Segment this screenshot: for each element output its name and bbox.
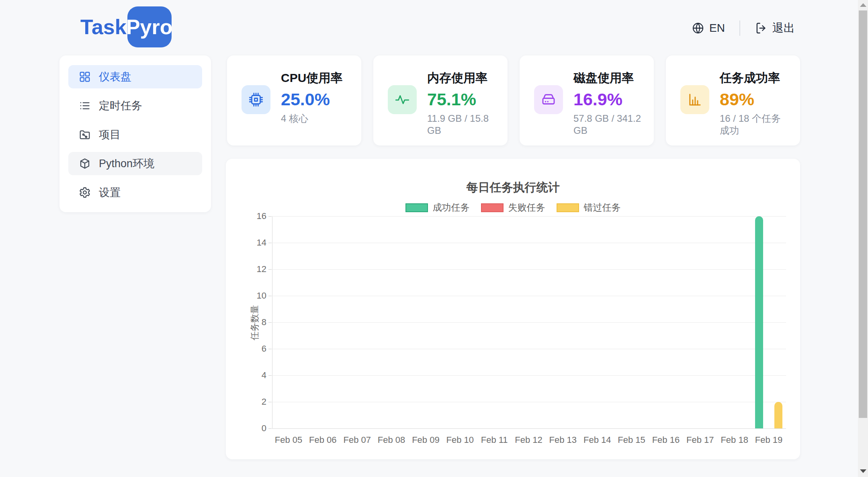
stat-title: CPU使用率 <box>281 70 351 86</box>
gear-icon <box>79 186 91 199</box>
list-icon <box>79 100 91 112</box>
gridline <box>272 322 786 323</box>
sidebar: 仪表盘定时任务项目Python环境设置 <box>59 55 211 212</box>
stat-value: 16.9% <box>573 90 643 109</box>
daily-task-chart-card: 每日任务执行统计 成功任务失败任务错过任务 0246810121416任务数量F… <box>226 159 800 459</box>
y-tick <box>268 402 272 402</box>
y-axis-tick-label: 2 <box>242 397 266 407</box>
gridline <box>272 349 786 349</box>
sidebar-items: 仪表盘定时任务项目Python环境设置 <box>68 65 202 204</box>
stat-subtitle: 57.8 GB / 341.2 GB <box>573 113 643 137</box>
header-actions: EN 退出 <box>692 18 795 38</box>
language-label: EN <box>709 22 725 35</box>
y-axis-tick-label: 4 <box>242 370 266 381</box>
sidebar-item-projects[interactable]: 项目 <box>68 123 202 146</box>
x-axis-tick-label: Feb 19 <box>749 435 789 445</box>
gridline <box>272 428 786 429</box>
app-logo[interactable]: Task Pyro <box>80 6 172 47</box>
y-axis-line <box>272 216 272 428</box>
y-tick <box>268 349 272 349</box>
sidebar-item-label: 定时任务 <box>99 98 142 113</box>
y-axis-tick-label: 10 <box>242 291 266 301</box>
task-success-card: 任务成功率89%16 / 18 个任务成功 <box>666 55 800 145</box>
gridline <box>272 243 786 243</box>
sidebar-item-dashboard[interactable]: 仪表盘 <box>68 65 202 88</box>
y-axis-title: 任务数量 <box>249 305 261 340</box>
gridline <box>272 216 786 217</box>
stat-subtitle: 4 核心 <box>281 113 351 125</box>
cpu-icon <box>242 85 270 114</box>
sidebar-item-label: 项目 <box>99 127 121 142</box>
stat-card-body: 内存使用率75.1%11.9 GB / 15.8 GB <box>427 70 497 145</box>
y-tick <box>268 243 272 243</box>
y-axis-tick-label: 12 <box>242 264 266 274</box>
y-tick <box>268 296 272 296</box>
y-axis-tick-label: 6 <box>242 344 266 354</box>
cube-icon <box>79 158 91 170</box>
sidebar-item-label: 仪表盘 <box>99 70 131 84</box>
folder-git-icon <box>79 129 91 141</box>
scroll-down-arrow-icon[interactable] <box>860 469 866 473</box>
y-tick <box>268 322 272 323</box>
header-divider <box>739 20 740 36</box>
stat-subtitle: 11.9 GB / 15.8 GB <box>427 113 497 137</box>
sidebar-item-python-env[interactable]: Python环境 <box>68 152 202 175</box>
cpu-usage-card: CPU使用率25.0%4 核心 <box>227 55 361 145</box>
logo-badge: Pyro <box>127 6 172 47</box>
page-scrollbar[interactable] <box>858 0 868 477</box>
logo-text-task: Task <box>80 15 127 39</box>
sidebar-item-settings[interactable]: 设置 <box>68 181 202 204</box>
stat-value: 25.0% <box>281 90 351 109</box>
stat-title: 磁盘使用率 <box>573 70 643 86</box>
stat-value: 75.1% <box>427 90 497 109</box>
stat-value: 89% <box>720 90 790 109</box>
stat-subtitle: 16 / 18 个任务成功 <box>720 113 790 137</box>
bar-成功任务-Feb 19 <box>755 216 763 428</box>
logo-text-pyro: Pyro <box>126 15 173 39</box>
bar-错过任务-Feb 19 <box>774 402 782 428</box>
y-axis-tick-label: 0 <box>242 423 266 434</box>
memory-usage-card: 内存使用率75.1%11.9 GB / 15.8 GB <box>373 55 508 145</box>
y-tick <box>268 375 272 376</box>
y-tick <box>268 269 272 270</box>
globe-icon <box>692 22 704 35</box>
logout-label: 退出 <box>772 20 795 36</box>
y-tick <box>268 428 272 429</box>
scrollbar-thumb[interactable] <box>859 10 867 418</box>
y-axis-tick-label: 16 <box>242 211 266 221</box>
logout-icon <box>755 22 768 35</box>
pulse-icon <box>388 85 417 114</box>
stat-card-body: CPU使用率25.0%4 核心 <box>281 70 351 145</box>
disk-usage-card: 磁盘使用率16.9%57.8 GB / 341.2 GB <box>520 55 654 145</box>
gridline <box>272 402 786 402</box>
language-switcher[interactable]: EN <box>692 22 725 35</box>
gridline <box>272 269 786 270</box>
drive-icon <box>534 85 563 114</box>
y-tick <box>268 216 272 217</box>
chart-plot-area: 0246810121416任务数量Feb 05Feb 06Feb 07Feb 0… <box>226 159 800 459</box>
stats-row: CPU使用率25.0%4 核心内存使用率75.1%11.9 GB / 15.8 … <box>227 55 800 145</box>
stat-card-body: 磁盘使用率16.9%57.8 GB / 341.2 GB <box>573 70 643 145</box>
logout-button[interactable]: 退出 <box>755 20 795 36</box>
gridline <box>272 375 786 376</box>
stat-title: 任务成功率 <box>720 70 790 86</box>
scroll-up-arrow-icon[interactable] <box>860 3 866 7</box>
sidebar-item-label: Python环境 <box>99 156 154 171</box>
sidebar-item-label: 设置 <box>99 185 121 200</box>
stat-title: 内存使用率 <box>427 70 497 86</box>
app-root: Task Pyro EN 退出 仪表盘定时任务项目Pyth <box>0 0 868 477</box>
grid-icon <box>79 71 91 83</box>
sidebar-item-scheduled-tasks[interactable]: 定时任务 <box>68 94 202 117</box>
stat-card-body: 任务成功率89%16 / 18 个任务成功 <box>720 70 790 145</box>
y-axis-tick-label: 14 <box>242 237 266 248</box>
bar-chart-icon <box>680 85 709 114</box>
gridline <box>272 296 786 296</box>
